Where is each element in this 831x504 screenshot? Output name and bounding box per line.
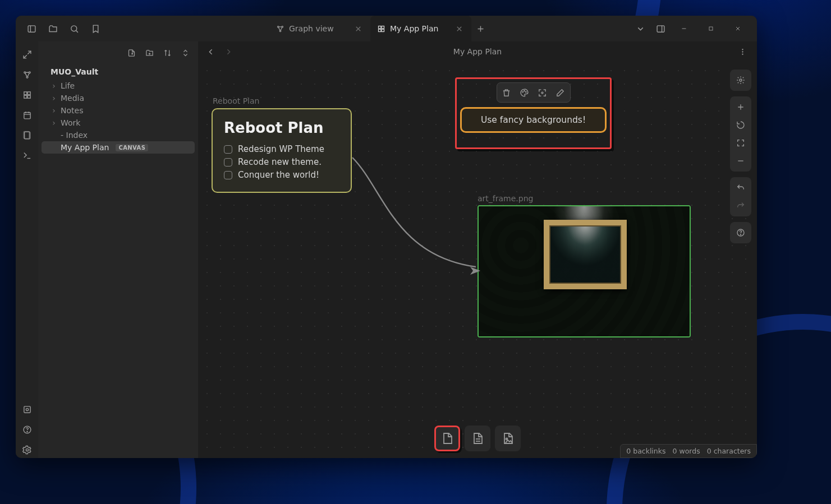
search-icon[interactable] xyxy=(65,20,83,38)
status-characters[interactable]: 0 characters xyxy=(707,447,751,455)
svg-point-46 xyxy=(506,438,508,440)
focus-icon[interactable] xyxy=(534,84,551,101)
daily-note-icon[interactable] xyxy=(19,107,35,123)
close-icon[interactable] xyxy=(453,23,465,34)
status-words[interactable]: 0 words xyxy=(673,447,700,455)
add-note-icon[interactable] xyxy=(434,426,460,451)
add-media-icon[interactable] xyxy=(495,426,521,451)
task-item[interactable]: Conquer the world! xyxy=(224,170,339,180)
settings-gear-icon[interactable] xyxy=(732,72,749,89)
svg-point-4 xyxy=(278,26,279,27)
sort-icon[interactable] xyxy=(160,45,175,60)
settings-icon[interactable] xyxy=(19,441,35,458)
redo-icon[interactable] xyxy=(732,197,749,214)
svg-rect-7 xyxy=(379,26,381,28)
tab-dropdown-icon[interactable] xyxy=(631,20,649,38)
tree-file-my-app-plan[interactable]: My App Plan CANVAS xyxy=(42,141,195,154)
more-options-icon[interactable] xyxy=(733,43,751,61)
nav-forward-icon[interactable] xyxy=(222,45,235,58)
status-bar: 0 backlinks 0 words 0 characters xyxy=(620,444,757,458)
nav-back-icon[interactable] xyxy=(204,45,217,58)
image-content xyxy=(479,206,690,336)
files-icon[interactable] xyxy=(44,20,62,38)
connector-edge[interactable] xyxy=(350,155,484,278)
task-item[interactable]: Recode new theme. xyxy=(224,157,339,167)
vault-icon[interactable] xyxy=(19,401,35,418)
svg-rect-8 xyxy=(382,26,384,28)
edit-icon[interactable] xyxy=(552,84,569,101)
tree-label: Work xyxy=(61,118,80,127)
checkbox-icon[interactable] xyxy=(224,158,232,167)
tree-file-index[interactable]: - Index xyxy=(42,129,195,141)
tree-folder-media[interactable]: ›Media xyxy=(42,92,195,104)
file-tree: ›Life ›Media ›Notes ›Work - Index My App… xyxy=(38,78,198,155)
zoom-fit-icon[interactable] xyxy=(732,135,749,151)
graph-icon[interactable] xyxy=(19,66,35,83)
task-item[interactable]: Redesign WP Theme xyxy=(224,144,339,154)
canvas-node-sticky-note[interactable]: Use fancy backgrounds! xyxy=(455,77,612,149)
svg-point-16 xyxy=(29,71,30,73)
help-icon[interactable] xyxy=(732,224,749,241)
svg-point-30 xyxy=(26,408,28,410)
canvas-area[interactable]: Reboot Plan Reboot Plan Redesign WP Them… xyxy=(198,62,757,458)
main-header: My App Plan xyxy=(198,41,757,62)
zoom-out-icon[interactable] xyxy=(732,152,749,169)
new-note-icon[interactable] xyxy=(124,45,139,60)
checkbox-icon[interactable] xyxy=(224,171,232,179)
checkbox-icon[interactable] xyxy=(224,145,232,154)
toggle-right-sidebar-icon[interactable] xyxy=(651,20,669,38)
tree-folder-notes[interactable]: ›Notes xyxy=(42,104,195,117)
quick-switcher-icon[interactable] xyxy=(19,46,35,63)
svg-point-43 xyxy=(541,92,543,94)
bookmark-icon[interactable] xyxy=(86,20,104,38)
tree-folder-work[interactable]: ›Work xyxy=(42,117,195,129)
canvas-grid-icon[interactable] xyxy=(19,86,35,103)
new-folder-icon[interactable] xyxy=(142,45,157,60)
tree-label: Life xyxy=(61,81,75,90)
collapse-icon[interactable] xyxy=(178,45,192,60)
canvas-node-image[interactable] xyxy=(478,205,691,337)
svg-rect-0 xyxy=(28,25,35,31)
node-heading: Reboot Plan xyxy=(224,119,339,136)
window-close-button[interactable] xyxy=(726,20,750,38)
note-text[interactable]: Use fancy backgrounds! xyxy=(460,107,607,133)
delete-icon[interactable] xyxy=(498,84,515,101)
window-maximize-button[interactable] xyxy=(699,20,723,38)
add-file-icon[interactable] xyxy=(465,426,490,451)
vault-name[interactable]: MUO_Vault xyxy=(38,64,198,78)
tab-label: My App Plan xyxy=(390,24,438,33)
svg-point-6 xyxy=(279,30,281,32)
tree-label: - Index xyxy=(61,131,88,140)
titlebar: Graph view My App Plan xyxy=(16,16,757,41)
task-label: Conquer the world! xyxy=(238,170,319,180)
zoom-reset-icon[interactable] xyxy=(732,117,749,133)
svg-point-35 xyxy=(742,51,743,52)
color-icon[interactable] xyxy=(516,84,533,101)
svg-point-17 xyxy=(26,76,28,78)
tree-folder-life[interactable]: ›Life xyxy=(42,80,195,92)
canvas-node-reboot-plan[interactable]: Reboot Plan Redesign WP Theme Recode new… xyxy=(212,108,352,193)
svg-point-37 xyxy=(740,79,742,81)
toggle-left-sidebar-icon[interactable] xyxy=(22,20,40,38)
svg-rect-22 xyxy=(24,112,30,118)
picture-frame-graphic xyxy=(544,220,627,289)
main-pane: My App Plan xyxy=(198,41,757,458)
canvas-add-tools xyxy=(434,426,521,451)
command-icon[interactable] xyxy=(19,147,35,164)
status-backlinks[interactable]: 0 backlinks xyxy=(626,447,665,455)
tab-graph-view[interactable]: Graph view xyxy=(269,16,370,41)
file-explorer: MUO_Vault ›Life ›Media ›Notes ›Work - In… xyxy=(38,41,198,458)
new-tab-button[interactable] xyxy=(471,20,489,38)
templates-icon[interactable] xyxy=(19,127,35,144)
window-minimize-button[interactable] xyxy=(672,20,696,38)
zoom-in-icon[interactable] xyxy=(732,99,749,115)
help-icon[interactable] xyxy=(19,421,35,438)
svg-point-42 xyxy=(526,91,526,92)
undo-icon[interactable] xyxy=(732,179,749,196)
close-icon[interactable] xyxy=(352,23,364,34)
page-title[interactable]: My App Plan xyxy=(453,47,502,56)
svg-point-32 xyxy=(26,431,27,432)
svg-point-39 xyxy=(740,234,741,235)
task-label: Recode new theme. xyxy=(238,157,322,167)
tab-my-app-plan[interactable]: My App Plan xyxy=(370,16,471,41)
